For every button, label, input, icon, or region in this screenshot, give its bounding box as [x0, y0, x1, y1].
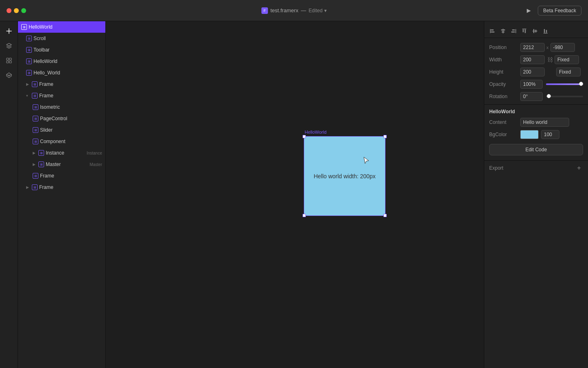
layer-label: Frame [39, 93, 102, 99]
opacity-thumb [579, 82, 583, 86]
layer-item-frame4[interactable]: ▶ ⊞ Frame [18, 182, 105, 193]
bgcolor-value [520, 130, 583, 139]
handle-bottom-left[interactable] [303, 214, 306, 217]
layer-label: Frame [39, 184, 102, 190]
opacity-value [520, 80, 583, 89]
layer-item-toolbar[interactable]: ⊞ Toolbar [18, 44, 105, 56]
handle-top-left[interactable] [303, 135, 306, 138]
layers-button[interactable] [2, 39, 16, 52]
icon-sidebar [0, 21, 18, 368]
canvas-element[interactable]: HelloWorld Hello world width: 200px [304, 130, 385, 216]
main-layout: ⊞ HelloWorld ⊞ Scroll ⊞ Toolbar ⊞ HelloW… [0, 21, 588, 368]
export-add-button[interactable]: + [575, 164, 583, 172]
height-mode-select[interactable]: Fixed Fill Hug [556, 67, 581, 76]
layer-item-hello-world[interactable]: ⊞ Hello_World [18, 67, 105, 79]
align-left-button[interactable] [488, 26, 497, 36]
position-value: x [520, 43, 583, 52]
layer-item-helloworld-child[interactable]: ⊞ HelloWorld [18, 56, 105, 67]
maximize-button[interactable] [21, 8, 26, 13]
layer-item-frame2[interactable]: ▾ ⊞ Frame [18, 90, 105, 101]
svg-rect-8 [501, 29, 505, 31]
width-input[interactable] [520, 55, 545, 64]
close-button[interactable] [7, 8, 11, 13]
layer-item-component[interactable]: ⊞ Component [18, 136, 105, 147]
layer-label: Instance [46, 150, 85, 156]
bgcolor-row: BgColor [484, 128, 588, 141]
svg-rect-15 [525, 29, 526, 33]
align-top-button[interactable] [519, 26, 529, 36]
expand-arrow[interactable]: ▶ [33, 151, 37, 155]
layer-item-frame3[interactable]: ⊞ Frame [18, 170, 105, 182]
height-input[interactable] [520, 67, 545, 76]
svg-rect-5 [491, 29, 494, 31]
rotation-label: Rotation [489, 94, 517, 99]
content-input[interactable] [520, 118, 569, 127]
align-center-h-button[interactable] [498, 26, 508, 36]
add-button[interactable] [2, 25, 16, 38]
align-bottom-button[interactable] [541, 26, 550, 36]
layer-icon: ⊞ [26, 36, 32, 41]
bgcolor-swatch[interactable] [520, 130, 539, 139]
rotation-input[interactable] [520, 92, 543, 101]
layer-icon: ⊞ [26, 70, 32, 76]
svg-rect-12 [511, 31, 515, 33]
align-right-button[interactable] [509, 26, 519, 36]
right-panel: Position x Width ⛓ Fixed Fill Hug Hei [484, 21, 588, 368]
titlebar-right: ▶ Beta Feedback [523, 5, 581, 16]
svg-rect-18 [535, 30, 537, 33]
edit-code-button[interactable]: Edit Code [489, 144, 583, 155]
opacity-slider[interactable] [546, 83, 583, 85]
svg-rect-3 [9, 61, 11, 63]
alignment-toolbar [484, 25, 588, 38]
layer-icon: ⊞ [33, 173, 38, 179]
packages-button[interactable] [2, 69, 16, 82]
position-x-input[interactable] [520, 43, 545, 52]
content-label: Content [489, 119, 517, 125]
position-y-input[interactable] [550, 43, 575, 52]
height-label: Height [489, 69, 517, 75]
handle-top-right[interactable] [383, 135, 387, 138]
width-value: ⛓ Fixed Fill Hug [520, 55, 583, 64]
layer-item-pagecontrol[interactable]: ⊞ PageControl [18, 113, 105, 124]
svg-rect-13 [522, 29, 526, 29]
svg-rect-4 [490, 29, 491, 33]
titlebar-left [7, 8, 29, 13]
opacity-row: Opacity [484, 78, 588, 90]
canvas-label: HelloWorld [304, 130, 385, 135]
layer-item-scroll[interactable]: ⊞ Scroll [18, 33, 105, 44]
beta-feedback-button[interactable]: Beta Feedback [538, 6, 581, 16]
expand-arrow[interactable]: ▶ [26, 185, 30, 189]
bgcolor-num-input[interactable] [541, 130, 559, 139]
components-button[interactable] [2, 54, 16, 67]
layer-icon: ⊞ [32, 93, 38, 99]
layer-label: Master [46, 162, 88, 167]
layer-item-instance[interactable]: ▶ ⊞ Instance Instance [18, 147, 105, 159]
layer-item-isometric[interactable]: ⊞ Isometric [18, 101, 105, 113]
section-title: HelloWorld [484, 106, 588, 116]
canvas-area[interactable]: HelloWorld Hello world width: 200px [106, 21, 484, 368]
svg-rect-1 [9, 58, 11, 60]
titlebar: F test.framerx — Edited ▾ ▶ Beta Feedbac… [0, 0, 588, 21]
bgcolor-label: BgColor [489, 132, 517, 137]
height-value: Fixed Fill Hug [520, 67, 583, 76]
expand-arrow[interactable]: ▶ [33, 162, 37, 166]
position-label: Position [489, 45, 517, 50]
layer-icon: ⊞ [32, 81, 38, 87]
layer-item-helloworld-root[interactable]: ⊞ HelloWorld [18, 21, 105, 33]
layer-badge: Instance [87, 151, 102, 155]
layer-item-frame1[interactable]: ▶ ⊞ Frame [18, 79, 105, 90]
layer-label: Toolbar [33, 47, 102, 53]
handle-bottom-right[interactable] [383, 214, 387, 217]
expand-arrow[interactable]: ▶ [26, 82, 30, 86]
minimize-button[interactable] [14, 8, 19, 13]
rotation-slider[interactable] [546, 96, 583, 97]
play-button[interactable]: ▶ [523, 5, 535, 16]
opacity-input[interactable] [520, 80, 543, 89]
expand-arrow[interactable]: ▾ [26, 94, 30, 98]
align-middle-v-button[interactable] [530, 26, 540, 36]
link-icon: ⛓ [547, 56, 553, 63]
canvas-frame[interactable]: Hello world width: 200px [304, 136, 385, 216]
layer-item-master[interactable]: ▶ ⊞ Master Master [18, 159, 105, 170]
width-mode-select[interactable]: Fixed Fill Hug [555, 55, 579, 64]
layer-item-slider[interactable]: ⊞ Slider [18, 124, 105, 136]
